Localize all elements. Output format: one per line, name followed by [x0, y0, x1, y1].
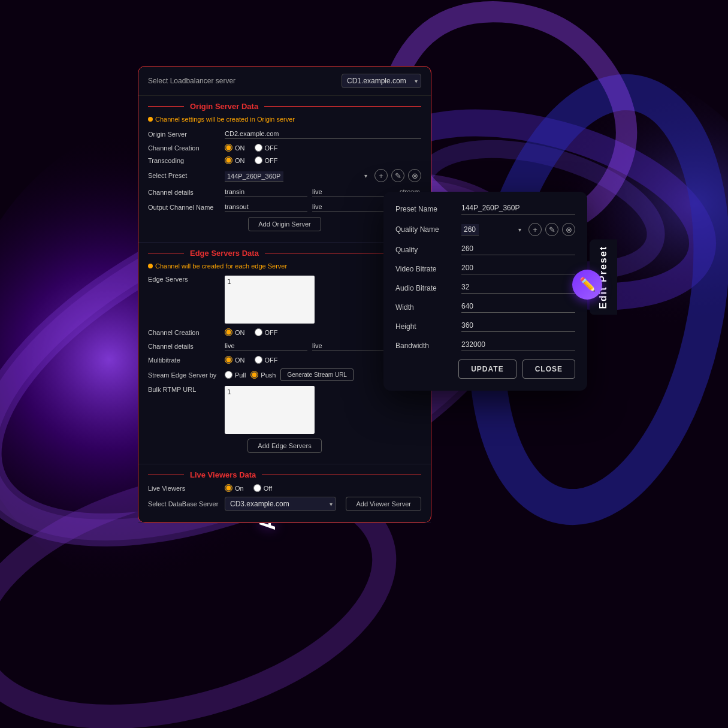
channel-creation-radios: ON OFF: [225, 144, 278, 152]
edge-servers-row: Edge Servers 1: [148, 276, 421, 324]
video-bitrate-label: Video Bitrate: [395, 265, 461, 273]
panel-header: Select Loadbalancer server CD1.example.c…: [138, 67, 431, 96]
multibitrate-radios: ON OFF: [225, 356, 278, 364]
multibitrate-off-radio[interactable]: OFF: [255, 356, 278, 364]
edge-servers-label: Edge Servers: [148, 276, 220, 283]
channel-off-radio[interactable]: OFF: [255, 144, 278, 152]
push-radio[interactable]: Push: [250, 371, 276, 379]
multibitrate-row: Multibitrate ON OFF: [148, 356, 421, 364]
channel-details-row: Channel details: [148, 187, 421, 197]
stream-edge-row: Stream Edge Server by Pull Push Generate…: [148, 368, 421, 381]
video-bitrate-value[interactable]: 200: [461, 264, 575, 274]
quality-name-label: Quality Name: [395, 225, 461, 234]
multibitrate-label: Multibitrate: [148, 357, 220, 364]
preset-delete-icon-btn[interactable]: ⊗: [408, 169, 421, 182]
edge-channel-off-radio[interactable]: OFF: [255, 328, 278, 336]
audio-bitrate-value[interactable]: 32: [461, 283, 575, 294]
bandwidth-value[interactable]: 232000: [461, 340, 575, 351]
edge-channel-input-1[interactable]: [225, 341, 307, 351]
origin-server-input[interactable]: [225, 129, 421, 139]
select-preset-row: Select Preset 144P_260P_360P + ✎ ⊗: [148, 169, 421, 182]
height-row: Height 360: [395, 321, 575, 332]
channel-on-radio[interactable]: ON: [225, 144, 245, 152]
edge-channel-on-radio[interactable]: ON: [225, 328, 245, 336]
quality-name-select[interactable]: 260: [461, 224, 479, 235]
quality-name-controls: 260 + ✎ ⊗: [461, 223, 575, 236]
bulk-rtmp-row: Bulk RTMP URL 1: [148, 386, 421, 434]
add-viewer-server-button[interactable]: Add Viewer Server: [346, 497, 421, 511]
quality-add-btn[interactable]: +: [528, 223, 542, 236]
loadbalancer-select[interactable]: CD1.example.com CD2.example.com CD3.exam…: [342, 74, 421, 88]
database-select[interactable]: CD3.example.com: [225, 497, 336, 511]
edge-channel-input-2[interactable]: [312, 341, 395, 351]
edge-info-text: Channel will be created for each edge Se…: [148, 262, 421, 270]
preset-add-icon-btn[interactable]: +: [374, 169, 388, 182]
channel-creation-row: Channel Creation ON OFF: [148, 144, 421, 152]
origin-server-label: Origin Server: [148, 131, 220, 138]
output-channel-row: Output Channel Name: [148, 202, 421, 212]
quality-value[interactable]: 260: [461, 244, 575, 255]
width-label: Width: [395, 303, 461, 312]
bandwidth-row: Bandwidth 232000: [395, 340, 575, 351]
quality-edit-btn[interactable]: ✎: [545, 223, 558, 236]
live-off-radio[interactable]: Off: [253, 484, 272, 492]
edge-info-dot: [148, 264, 153, 268]
quality-select-wrapper[interactable]: 260: [461, 223, 525, 235]
edge-channel-details-row: Channel details: [148, 341, 421, 351]
quality-name-row: Quality Name 260 + ✎ ⊗: [395, 223, 575, 236]
live-on-radio[interactable]: On: [225, 484, 244, 492]
transcoding-off-radio[interactable]: OFF: [255, 156, 278, 164]
channel-details-input-2[interactable]: [312, 187, 395, 197]
channel-details-label: Channel details: [148, 189, 220, 196]
origin-info-text: Channel settings will be created in Orig…: [148, 116, 421, 123]
preset-select-wrapper[interactable]: 144P_260P_360P: [225, 170, 371, 182]
multibitrate-on-radio[interactable]: ON: [225, 356, 245, 364]
origin-section-title: Origin Server Data: [148, 102, 421, 111]
edge-channel-details-label: Channel details: [148, 343, 220, 350]
loadbalancer-label: Select Loadbalancer server: [148, 77, 342, 85]
audio-bitrate-row: Audio Bitrate 32: [395, 283, 575, 294]
live-viewers-title: Live Viewers Data: [148, 470, 421, 479]
edge-channel-creation-row: Channel Creation ON OFF: [148, 328, 421, 336]
live-viewers-label: Live Viewers: [148, 485, 220, 492]
edge-servers-textarea[interactable]: 1: [225, 276, 315, 324]
select-preset-label: Select Preset: [148, 172, 220, 179]
quality-row: Quality 260: [395, 244, 575, 255]
pencil-icon: ✏️: [579, 277, 596, 292]
origin-server-row: Origin Server: [148, 129, 421, 139]
add-origin-server-button[interactable]: Add Origin Server: [248, 217, 321, 231]
preset-name-label: Preset Name: [395, 205, 461, 213]
output-channel-input-1[interactable]: [225, 202, 307, 212]
bulk-rtmp-textarea[interactable]: 1: [225, 386, 315, 434]
preset-name-row: Preset Name 144P_260P_360P: [395, 204, 575, 215]
output-channel-input-2[interactable]: [312, 202, 395, 212]
database-select-wrapper[interactable]: CD3.example.com: [225, 497, 336, 511]
height-value[interactable]: 360: [461, 321, 575, 332]
preset-select-group: 144P_260P_360P + ✎ ⊗: [225, 169, 421, 182]
width-value[interactable]: 640: [461, 302, 575, 313]
pull-radio[interactable]: Pull: [225, 371, 246, 379]
preset-name-value[interactable]: 144P_260P_360P: [461, 204, 575, 215]
edit-preset-panel: Edit Preset ✏️ Preset Name 144P_260P_360…: [383, 192, 587, 391]
quality-delete-btn[interactable]: ⊗: [562, 223, 575, 236]
close-button[interactable]: CLOSE: [522, 360, 575, 379]
bulk-rtmp-label: Bulk RTMP URL: [148, 386, 220, 393]
transcoding-on-radio[interactable]: ON: [225, 156, 245, 164]
action-buttons: UPDATE CLOSE: [395, 360, 575, 379]
loadbalancer-select-wrapper[interactable]: CD1.example.com CD2.example.com CD3.exam…: [342, 74, 421, 88]
channel-details-input-1[interactable]: [225, 187, 307, 197]
channel-creation-label: Channel Creation: [148, 144, 220, 152]
bandwidth-label: Bandwidth: [395, 342, 461, 350]
transcoding-label: Transcoding: [148, 157, 220, 164]
transcoding-row: Transcoding ON OFF: [148, 156, 421, 164]
video-bitrate-row: Video Bitrate 200: [395, 264, 575, 274]
add-edge-servers-button[interactable]: Add Edge Servers: [247, 439, 321, 453]
preset-select[interactable]: 144P_260P_360P: [225, 171, 283, 182]
preset-edit-icon-btn[interactable]: ✎: [391, 169, 404, 182]
edge-channel-creation-label: Channel Creation: [148, 329, 220, 336]
live-viewers-row: Live Viewers On Off: [148, 484, 421, 492]
height-label: Height: [395, 322, 461, 331]
update-button[interactable]: UPDATE: [458, 360, 516, 379]
edit-icon-circle: ✏️: [572, 270, 602, 300]
generate-stream-url-button[interactable]: Generate Stream URL: [280, 368, 354, 381]
